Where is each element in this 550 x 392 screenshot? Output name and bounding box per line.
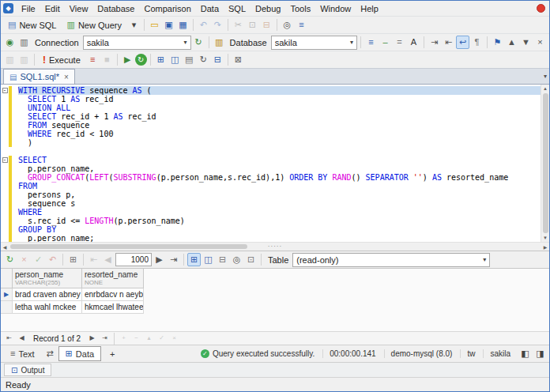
first-record-icon[interactable]: ⇤ xyxy=(3,333,15,344)
outdent-icon[interactable]: ⇤ xyxy=(442,36,455,49)
table-cell[interactable]: enrbdacv n aeybra xyxy=(82,288,144,301)
editor-vscrollbar[interactable]: ▲ ▼ xyxy=(541,85,549,242)
whitespace-icon[interactable]: ¶ xyxy=(470,36,484,49)
format-sql-icon[interactable]: ≡ xyxy=(364,36,378,49)
cut-icon[interactable]: ✂ xyxy=(232,18,245,32)
menu-tools[interactable]: Tools xyxy=(285,2,315,15)
post-edit-icon[interactable]: ✓ xyxy=(156,333,168,344)
find-icon[interactable]: ◎ xyxy=(281,18,294,32)
new-dropdown-caret[interactable]: ▾ xyxy=(127,18,141,32)
options-icon[interactable]: ≡ xyxy=(295,18,308,32)
column-header-resorted-name[interactable]: resorted_name NONE xyxy=(82,269,144,288)
menu-sql[interactable]: SQL xyxy=(224,2,251,15)
tab-output[interactable]: ⊡ Output xyxy=(4,364,51,376)
last-page-icon[interactable]: ⇥ xyxy=(167,253,180,266)
code-line[interactable]: sequence s xyxy=(1,199,541,208)
uppercase-icon[interactable]: A xyxy=(407,36,420,49)
execute-script-icon[interactable]: ≡ xyxy=(86,53,100,66)
scroll-up-icon[interactable]: ▲ xyxy=(541,85,550,92)
refresh-connection-icon[interactable]: ↻ xyxy=(192,36,205,49)
code-line[interactable]: FROM sequence xyxy=(1,121,541,130)
save-icon[interactable]: ▣ xyxy=(162,18,175,32)
menu-comparison[interactable]: Comparison xyxy=(139,2,195,15)
tab-data[interactable]: ⊞ Data xyxy=(58,346,101,361)
code-line[interactable]: UNION ALL xyxy=(1,104,541,112)
menu-data[interactable]: Data xyxy=(196,2,224,15)
new-sql-button[interactable]: ▤New SQL xyxy=(3,19,61,32)
edit-record-icon[interactable]: ▴ xyxy=(143,333,155,344)
pin-results-icon[interactable]: ⊠ xyxy=(232,53,245,66)
last-record-icon[interactable]: ⇥ xyxy=(99,333,111,344)
refresh-data-icon[interactable]: ↻ xyxy=(3,253,17,266)
dock-left-icon[interactable]: ◧ xyxy=(518,347,532,360)
detach-database-icon[interactable]: ▥ xyxy=(17,53,31,66)
menu-database[interactable]: Database xyxy=(92,2,139,15)
refresh-icon[interactable]: ↻ xyxy=(135,54,147,66)
code-line[interactable]: -WITH RECURSIVE sequence AS ( xyxy=(1,86,541,95)
redo-icon[interactable]: ↷ xyxy=(211,18,224,32)
code-line[interactable]: s.rec_id <= LENGTH(p.person_name) xyxy=(1,217,541,225)
table-row[interactable]: ▶brad craven abneyenrbdacv n aeybra xyxy=(1,288,549,301)
fold-marker-icon[interactable]: - xyxy=(2,88,8,93)
next-record-icon[interactable]: ▶ xyxy=(86,333,98,344)
menu-window[interactable]: Window xyxy=(315,2,356,15)
splitter-handle[interactable]: ····· xyxy=(268,243,282,251)
revert-changes-icon[interactable]: ↶ xyxy=(46,253,59,266)
scroll-left-icon[interactable]: ◀ xyxy=(1,243,9,251)
table-row[interactable]: letha wahl mckeehkmcael lhwatee xyxy=(1,301,549,314)
bookmark-icon[interactable]: ⚑ xyxy=(491,36,504,49)
sql-editor[interactable]: -WITH RECURSIVE sequence AS ( SELECT 1 A… xyxy=(1,84,549,242)
indent-icon[interactable]: ⇥ xyxy=(428,36,441,49)
next-page-icon[interactable]: ▶ xyxy=(153,253,166,266)
save-all-icon[interactable]: ▦ xyxy=(176,18,190,32)
export-data-icon[interactable]: ⊡ xyxy=(244,253,258,266)
execute-button[interactable]: ! Execute xyxy=(38,53,85,67)
editor-hscrollbar[interactable]: ◀ ····· ▶ xyxy=(1,242,549,251)
scroll-right-icon[interactable]: ▶ xyxy=(541,243,549,251)
dock-right-icon[interactable]: ◨ xyxy=(533,347,547,360)
snippets-icon[interactable]: ▤ xyxy=(183,53,196,66)
card-view-icon[interactable]: ◫ xyxy=(202,253,215,266)
code-area[interactable]: -WITH RECURSIVE sequence AS ( SELECT 1 A… xyxy=(1,85,541,242)
cancel-refresh-icon[interactable]: × xyxy=(17,253,31,266)
add-tab-button[interactable]: + xyxy=(103,346,122,361)
visual-query-builder-icon[interactable]: ◫ xyxy=(168,53,182,66)
new-query-button[interactable]: ▥New Query xyxy=(62,19,126,32)
fold-margin[interactable]: - xyxy=(1,156,9,164)
vscroll-thumb[interactable] xyxy=(543,93,548,233)
menu-debug[interactable]: Debug xyxy=(251,2,285,15)
tab-sql1[interactable]: ▤ SQL1.sql* × xyxy=(3,69,75,84)
page-size-input[interactable] xyxy=(115,253,152,266)
apply-changes-icon[interactable]: ✓ xyxy=(32,253,45,266)
import-data-icon[interactable]: ⊞ xyxy=(66,253,80,266)
aggregates-icon[interactable]: ⊟ xyxy=(216,253,229,266)
database-combo[interactable]: sakila ▾ xyxy=(271,36,357,50)
connections-manager-icon[interactable]: ▥ xyxy=(17,36,31,49)
tab-list-icon[interactable]: ▾ xyxy=(544,73,547,80)
code-line[interactable]: WHERE xyxy=(1,208,541,217)
close-icon[interactable]: × xyxy=(64,73,69,81)
query-plan-icon[interactable]: ⊞ xyxy=(154,53,168,66)
uncomment-lines-icon[interactable]: = xyxy=(393,36,406,49)
table-cell[interactable]: brad craven abney xyxy=(13,288,82,301)
menu-edit[interactable]: Edit xyxy=(40,2,65,15)
undo-icon[interactable]: ↶ xyxy=(197,18,210,32)
fold-marker-icon[interactable]: - xyxy=(2,157,8,163)
code-line[interactable]: ) xyxy=(1,138,541,147)
swap-panels-icon[interactable]: ⇄ xyxy=(43,347,57,360)
column-header-person-name[interactable]: person_name VARCHAR(255) xyxy=(13,269,82,288)
prev-record-icon[interactable]: ◀ xyxy=(16,333,28,344)
code-line[interactable]: SELECT rec_id + 1 AS rec_id xyxy=(1,112,541,121)
menu-file[interactable]: File xyxy=(17,2,40,15)
connection-combo[interactable]: sakila ▾ xyxy=(83,36,191,50)
cancel-edit-icon[interactable]: × xyxy=(168,333,180,344)
code-line[interactable]: FROM xyxy=(1,182,541,190)
stop-execution-icon[interactable]: ■ xyxy=(100,53,114,66)
scroll-down-icon[interactable]: ▼ xyxy=(541,234,550,242)
attach-database-icon[interactable]: ▥ xyxy=(3,53,17,66)
prev-bookmark-icon[interactable]: ▲ xyxy=(505,36,518,49)
code-line[interactable]: WHERE rec_id < 100 xyxy=(1,130,541,138)
app-icon[interactable]: ◆ xyxy=(3,3,13,13)
copy-icon[interactable]: ⊡ xyxy=(246,18,259,32)
code-line[interactable]: persons p, xyxy=(1,190,541,199)
